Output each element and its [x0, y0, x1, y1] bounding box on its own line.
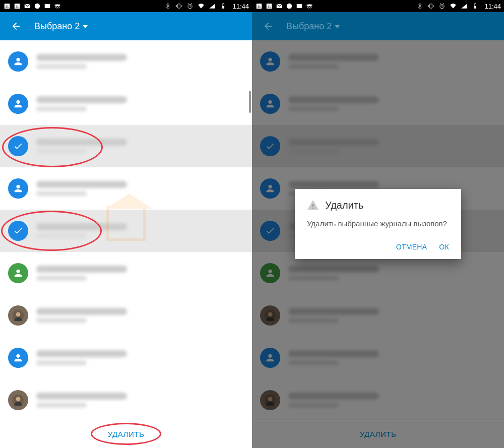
list-item[interactable]	[0, 125, 252, 167]
app-bar: Выбрано 2	[0, 12, 252, 40]
image-icon	[43, 2, 51, 10]
svg-text:31: 31	[6, 5, 9, 8]
item-text	[36, 96, 244, 111]
gmail-icon	[23, 2, 31, 10]
item-text	[36, 266, 244, 281]
selection-dropdown[interactable]: Выбрано 2	[34, 21, 88, 32]
status-bar: 31 31 11:44	[0, 0, 252, 12]
dialog-title: Удалить	[325, 200, 363, 211]
alarm-icon	[186, 2, 194, 10]
list-item[interactable]	[0, 337, 252, 379]
svg-rect-42	[312, 204, 313, 207]
svg-rect-13	[223, 6, 225, 9]
selection-title: Выбрано 2	[34, 21, 80, 32]
item-text	[36, 54, 244, 69]
svg-point-19	[16, 397, 21, 401]
person-icon	[8, 263, 28, 283]
svg-text:31: 31	[16, 5, 19, 8]
ok-button[interactable]: ОК	[439, 243, 449, 251]
chevron-down-icon	[83, 21, 88, 32]
item-text	[36, 393, 244, 408]
svg-point-8	[55, 7, 57, 8]
item-text	[36, 350, 244, 365]
warning-icon	[307, 199, 319, 211]
list-item[interactable]	[0, 167, 252, 210]
cancel-button[interactable]: ОТМЕНА	[396, 243, 427, 251]
checkmark-icon	[8, 221, 28, 241]
svg-point-7	[54, 5, 60, 7]
item-text	[36, 139, 244, 154]
person-icon	[8, 178, 28, 199]
delete-button[interactable]: УДАЛИТЬ	[108, 430, 144, 438]
signal-icon	[208, 2, 216, 10]
bluetooth-icon	[164, 2, 172, 10]
svg-point-9	[58, 7, 60, 8]
person-icon	[8, 51, 28, 72]
list-item[interactable]	[0, 83, 252, 125]
svg-rect-6	[45, 4, 50, 8]
list-item[interactable]	[0, 379, 252, 420]
person-icon	[8, 94, 28, 114]
avatar-photo	[8, 305, 28, 326]
svg-rect-43	[312, 208, 313, 209]
svg-point-16	[16, 312, 21, 316]
bottom-bar: УДАЛИТЬ	[0, 420, 252, 448]
dialog-message: Удалить выбранные журналы вызовов?	[307, 218, 449, 230]
item-text	[36, 308, 244, 323]
list-item[interactable]	[0, 40, 252, 83]
calendar-icon: 31	[13, 2, 21, 10]
back-button[interactable]	[6, 16, 26, 36]
vibrate-icon	[175, 2, 183, 10]
dialog-overlay: Удалить Удалить выбранные журналы вызово…	[252, 0, 504, 448]
svg-rect-14	[223, 3, 224, 4]
call-log-list[interactable]	[0, 40, 252, 420]
wifi-icon	[197, 2, 205, 10]
list-item[interactable]	[0, 252, 252, 294]
person-icon	[8, 348, 28, 368]
svg-rect-10	[178, 4, 180, 8]
app-icon	[33, 2, 41, 10]
confirm-dialog: Удалить Удалить выбранные журналы вызово…	[295, 189, 461, 259]
status-time: 11:44	[230, 3, 249, 10]
item-text	[36, 223, 244, 238]
list-item[interactable]	[0, 210, 252, 252]
list-item[interactable]	[0, 294, 252, 337]
calendar-icon: 31	[3, 2, 11, 10]
item-text	[36, 181, 244, 196]
svg-point-5	[35, 4, 40, 9]
battery-icon	[219, 2, 227, 10]
incognito-icon	[53, 2, 61, 10]
checkmark-icon	[8, 136, 28, 156]
avatar-photo	[8, 390, 28, 410]
